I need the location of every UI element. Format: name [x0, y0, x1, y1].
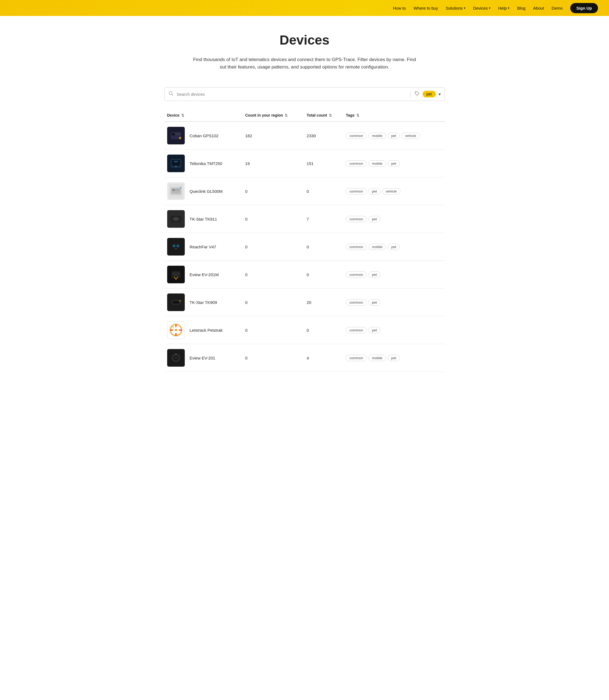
tag-item[interactable]: pet: [368, 327, 381, 334]
tag-item[interactable]: common: [346, 133, 367, 139]
tag-item[interactable]: pet: [388, 355, 400, 361]
count-region: 19: [243, 150, 304, 177]
tag-item[interactable]: pet: [368, 216, 381, 222]
device-cell: Coban GPS102: [164, 122, 243, 150]
tag-item[interactable]: pet: [388, 244, 400, 250]
devices-table: Device ⇅ Count in your region ⇅ Total co…: [164, 109, 445, 372]
sort-tags-icon[interactable]: ⇅: [356, 113, 359, 117]
hero-description: Find thousands of IoT and telematics dev…: [192, 56, 417, 71]
svg-point-30: [177, 245, 178, 246]
tag-item[interactable]: mobile: [368, 133, 386, 139]
tags-cell: commonmobilepetvehicle: [343, 122, 445, 150]
filter-chevron-icon[interactable]: ▾: [438, 91, 441, 97]
svg-point-26: [170, 242, 182, 252]
tag-item[interactable]: mobile: [368, 355, 386, 361]
tag-item[interactable]: pet: [368, 272, 381, 278]
device-cell: Teltonika TMT250: [164, 150, 243, 177]
total-count: 0: [304, 177, 343, 205]
sort-total-icon[interactable]: ⇅: [329, 113, 332, 117]
sort-device-icon[interactable]: ⇅: [181, 113, 184, 117]
svg-rect-31: [175, 248, 177, 250]
count-region: 0: [243, 205, 304, 233]
nav-about[interactable]: About: [533, 6, 544, 11]
svg-point-29: [173, 245, 175, 246]
svg-point-25: [175, 218, 176, 220]
total-count: 0: [304, 233, 343, 261]
count-region: 0: [243, 316, 304, 344]
col-total-count: Total count ⇅: [304, 109, 343, 122]
total-count: 0: [304, 316, 343, 344]
svg-point-50: [175, 357, 177, 359]
count-region: 182: [243, 122, 304, 150]
table-row[interactable]: Coban GPS1021822330commonmobilepetvehicl…: [164, 122, 445, 150]
devices-chevron-icon: ▾: [489, 6, 490, 10]
tags-cell: commonpetvehicle: [343, 177, 445, 205]
device-cell: Queclink GL500M: [164, 177, 243, 205]
tag-item[interactable]: common: [346, 299, 367, 306]
tags-cell: commonpet: [343, 261, 445, 289]
nav-blog[interactable]: Blog: [517, 6, 525, 11]
nav-solutions[interactable]: Solutions ▾: [446, 6, 466, 11]
total-count: 0: [304, 261, 343, 289]
device-name: ReachFar V47: [190, 244, 216, 249]
device-cell: ReachFar V47: [164, 233, 243, 261]
svg-point-51: [175, 354, 176, 355]
table-row[interactable]: Letstrack Petstrak00commonpet: [164, 316, 445, 344]
device-name: Eview EV-201: [190, 356, 215, 360]
tag-item[interactable]: common: [346, 272, 367, 278]
signup-button[interactable]: Sign Up: [570, 3, 598, 13]
table-row[interactable]: TK-Star TK909020commonpet: [164, 289, 445, 316]
count-region: 0: [243, 289, 304, 316]
count-region: 0: [243, 344, 304, 372]
tag-item[interactable]: mobile: [368, 160, 386, 167]
nav-how-to[interactable]: How to: [393, 6, 406, 11]
device-name: Letstrack Petstrak: [190, 328, 223, 332]
total-count: 7: [304, 205, 343, 233]
sort-region-icon[interactable]: ⇅: [284, 113, 288, 117]
tag-item[interactable]: common: [346, 188, 367, 194]
device-cell: Letstrack Petstrak: [164, 316, 243, 344]
tag-item[interactable]: pet: [368, 188, 381, 194]
solutions-chevron-icon: ▾: [464, 6, 466, 10]
device-name: Teltonika TMT250: [190, 161, 223, 166]
active-tag-badge[interactable]: pet: [422, 91, 436, 97]
table-row[interactable]: Queclink GL500M00commonpetvehicle: [164, 177, 445, 205]
search-input[interactable]: [177, 92, 406, 97]
page-title: Devices: [11, 32, 598, 48]
table-row[interactable]: Eview EV-201M00commonpet: [164, 261, 445, 289]
tag-item[interactable]: vehicle: [401, 133, 420, 139]
svg-rect-7: [175, 135, 179, 136]
table-row[interactable]: ReachFar V4700commonmobilepet: [164, 233, 445, 261]
tag-item[interactable]: pet: [368, 299, 381, 306]
svg-point-45: [175, 329, 177, 331]
nav-devices[interactable]: Devices ▾: [473, 6, 490, 11]
device-cell: Eview EV-201M: [164, 261, 243, 289]
tag-item[interactable]: pet: [388, 133, 400, 139]
tags-cell: commonpet: [343, 205, 445, 233]
tags-cell: commonmobilepet: [343, 150, 445, 177]
tag-item[interactable]: common: [346, 355, 367, 361]
tag-item[interactable]: common: [346, 160, 367, 167]
total-count: 151: [304, 150, 343, 177]
tag-item[interactable]: mobile: [368, 244, 386, 250]
search-bar: pet ▾: [164, 87, 445, 101]
tag-item[interactable]: common: [346, 327, 367, 334]
table-row[interactable]: Eview EV-20104commonmobilepet: [164, 344, 445, 372]
nav-help[interactable]: Help ▾: [498, 6, 509, 11]
hero-section: Devices Find thousands of IoT and telema…: [0, 16, 609, 79]
table-header-row: Device ⇅ Count in your region ⇅ Total co…: [164, 109, 445, 122]
tag-item[interactable]: vehicle: [382, 188, 400, 194]
svg-rect-5: [172, 133, 175, 135]
device-cell: TK-Star TK911: [164, 205, 243, 233]
device-name: TK-Star TK909: [190, 300, 217, 305]
nav-where-to-buy[interactable]: Where to buy: [414, 6, 438, 11]
svg-point-38: [179, 300, 181, 302]
nav-demo[interactable]: Demo: [552, 6, 562, 11]
tag-item[interactable]: pet: [388, 160, 400, 167]
tag-item[interactable]: common: [346, 244, 367, 250]
help-chevron-icon: ▾: [508, 6, 509, 10]
table-row[interactable]: Teltonika TMT25019151commonmobilepet: [164, 150, 445, 177]
tag-item[interactable]: common: [346, 216, 367, 222]
device-name: Eview EV-201M: [190, 272, 219, 277]
table-row[interactable]: TK-Star TK91107commonpet: [164, 205, 445, 233]
